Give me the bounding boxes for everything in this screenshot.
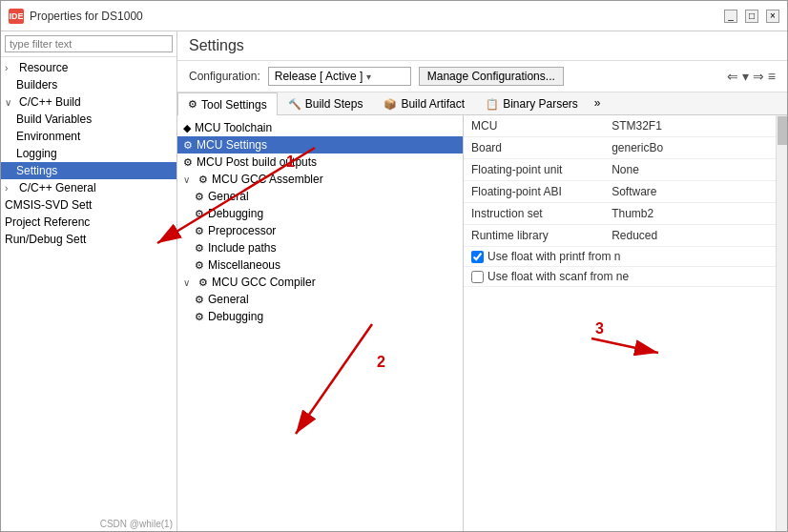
- include-paths-icon: ⚙: [195, 242, 204, 255]
- prop-label-scanf: Use float with scanf from ne: [464, 267, 776, 287]
- sidebar-item-logging[interactable]: Logging: [1, 145, 176, 162]
- prop-label-fpu: Floating-point unit: [464, 159, 604, 181]
- tool-settings-icon: ⚙: [188, 98, 197, 111]
- tool-tree: ◆ MCU Toolchain ⚙ MCU Settings ⚙ MCU Pos…: [177, 115, 464, 531]
- right-scrollbar[interactable]: [776, 115, 787, 531]
- config-label: Configuration:: [189, 70, 260, 83]
- panels: ◆ MCU Toolchain ⚙ MCU Settings ⚙ MCU Pos…: [177, 115, 787, 531]
- title-bar: IDE Properties for DS1000 _ □ ×: [1, 1, 787, 31]
- back-icon[interactable]: ⇐: [727, 69, 738, 84]
- tool-mcu-gcc-compiler[interactable]: ∨ ⚙ MCU GCC Compiler: [177, 274, 463, 291]
- dropdown-nav-icon[interactable]: ▾: [742, 69, 749, 84]
- prop-value-fpu: None: [604, 159, 776, 181]
- debugging-compiler-icon: ⚙: [195, 311, 204, 323]
- tab-build-artifact-label: Build Artifact: [401, 97, 465, 111]
- tool-preprocessor-asm[interactable]: ⚙ Preprocessor: [177, 222, 463, 239]
- build-steps-icon: 🔨: [288, 98, 301, 111]
- watermark: CSDN @while(1): [1, 517, 176, 531]
- prop-label-mcu: MCU: [464, 115, 604, 137]
- tool-mcu-post-build-label: MCU Post build outputs: [197, 155, 317, 169]
- tool-mcu-post-build[interactable]: ⚙ MCU Post build outputs: [177, 153, 463, 171]
- sidebar-item-build-variables[interactable]: Build Variables: [1, 111, 176, 128]
- arrow-icon: ›: [5, 183, 16, 194]
- scanf-label: Use float with scanf from ne: [487, 270, 629, 283]
- preprocessor-asm-icon: ⚙: [195, 225, 204, 237]
- sidebar-item-environment[interactable]: Environment: [1, 128, 176, 145]
- compiler-icon: ⚙: [198, 276, 208, 289]
- close-button[interactable]: ×: [766, 10, 779, 23]
- sidebar-item-resource[interactable]: › Resource: [1, 59, 176, 76]
- tab-tool-settings[interactable]: ⚙ Tool Settings: [177, 92, 278, 115]
- post-build-icon: ⚙: [183, 156, 193, 169]
- tool-mcu-settings-label: MCU Settings: [197, 138, 267, 152]
- tool-mcu-toolchain-label: MCU Toolchain: [195, 121, 272, 134]
- filter-input[interactable]: [5, 35, 173, 52]
- tab-build-steps-label: Build Steps: [305, 97, 363, 111]
- tool-include-paths-label: Include paths: [208, 241, 276, 255]
- tool-debugging-asm-label: Debugging: [208, 207, 263, 220]
- tool-general-asm[interactable]: ⚙ General: [177, 188, 463, 205]
- printf-checkbox[interactable]: [471, 251, 484, 263]
- sidebar-item-settings[interactable]: Settings: [1, 162, 176, 179]
- scanf-checkbox[interactable]: [471, 271, 484, 283]
- prop-row-scanf: Use float with scanf from ne: [464, 267, 776, 287]
- config-value: Release [ Active ]: [275, 70, 363, 83]
- tree: › Resource Builders ∨ C/C++ Build Build …: [1, 57, 176, 517]
- more-tabs-button[interactable]: »: [589, 92, 607, 114]
- build-artifact-icon: 📦: [384, 98, 397, 111]
- tool-general-compiler[interactable]: ⚙ General: [177, 291, 463, 308]
- general-compiler-icon: ⚙: [195, 294, 204, 306]
- prop-value-mcu: STM32F1: [604, 115, 776, 137]
- prop-row-board: Board genericBo: [464, 137, 776, 159]
- ide-icon: IDE: [9, 9, 24, 24]
- maximize-button[interactable]: □: [745, 10, 758, 23]
- debugging-asm-icon: ⚙: [195, 208, 204, 220]
- dropdown-arrow-icon: ▾: [366, 72, 371, 82]
- properties-table: MCU STM32F1 Board genericBo Floating-poi…: [464, 115, 776, 287]
- sidebar-item-project-ref[interactable]: Project Referenc: [1, 214, 176, 231]
- prop-value-board: genericBo: [604, 137, 776, 159]
- manage-configurations-button[interactable]: Manage Configurations...: [419, 67, 564, 86]
- prop-row-fpu-abi: Floating-point ABI Software: [464, 181, 776, 203]
- sidebar-item-cpp-general[interactable]: › C/C++ General: [1, 179, 176, 196]
- tool-debugging-compiler[interactable]: ⚙ Debugging: [177, 308, 463, 325]
- nav-arrows: ⇐ ▾ ⇒ ≡: [727, 69, 776, 84]
- tab-binary-parsers[interactable]: 📋 Binary Parsers: [475, 92, 589, 114]
- tool-general-asm-label: General: [208, 190, 249, 203]
- arrow-icon: ∨: [5, 97, 16, 108]
- sidebar-item-cpp-build[interactable]: ∨ C/C++ Build: [1, 93, 176, 111]
- tool-miscellaneous-asm-label: Miscellaneous: [208, 258, 280, 272]
- prop-value-instruction-set: Thumb2: [604, 203, 776, 225]
- main-panel: Settings Configuration: Release [ Active…: [177, 31, 787, 531]
- tab-build-artifact[interactable]: 📦 Build Artifact: [373, 92, 475, 114]
- forward-icon[interactable]: ⇒: [753, 69, 764, 84]
- tool-mcu-settings[interactable]: ⚙ MCU Settings: [177, 136, 463, 153]
- tabs: ⚙ Tool Settings 🔨 Build Steps 📦 Build Ar…: [177, 92, 787, 115]
- sidebar-item-builders[interactable]: Builders: [1, 76, 176, 93]
- tab-build-steps[interactable]: 🔨 Build Steps: [278, 92, 374, 114]
- arrow-icon: ›: [5, 63, 16, 73]
- tool-debugging-asm[interactable]: ⚙ Debugging: [177, 205, 463, 222]
- config-bar: Configuration: Release [ Active ] ▾ Mana…: [177, 61, 787, 92]
- tool-mcu-gcc-assembler-label: MCU GCC Assembler: [212, 173, 323, 186]
- menu-icon[interactable]: ≡: [768, 69, 776, 84]
- tool-mcu-gcc-assembler[interactable]: ∨ ⚙ MCU GCC Assembler: [177, 171, 463, 188]
- prop-label-board: Board: [464, 137, 604, 159]
- scroll-thumb[interactable]: [778, 116, 787, 145]
- sidebar-item-cmsis-svd[interactable]: CMSIS-SVD Sett: [1, 196, 176, 214]
- tool-mcu-toolchain[interactable]: ◆ MCU Toolchain: [177, 119, 463, 136]
- tool-debugging-compiler-label: Debugging: [208, 310, 263, 323]
- settings-title: Settings: [177, 31, 787, 61]
- tool-mcu-gcc-compiler-label: MCU GCC Compiler: [212, 276, 316, 289]
- sidebar-item-rundebug[interactable]: Run/Debug Sett: [1, 231, 176, 248]
- config-dropdown[interactable]: Release [ Active ] ▾: [268, 67, 411, 86]
- prop-row-fpu: Floating-point unit None: [464, 159, 776, 181]
- prop-row-runtime-lib: Runtime library Reduced: [464, 225, 776, 247]
- tool-include-paths[interactable]: ⚙ Include paths: [177, 239, 463, 256]
- tool-miscellaneous-asm[interactable]: ⚙ Miscellaneous: [177, 256, 463, 274]
- minimize-button[interactable]: _: [724, 10, 737, 23]
- tab-binary-parsers-label: Binary Parsers: [503, 97, 578, 111]
- tool-general-compiler-label: General: [208, 293, 249, 306]
- assembler-icon: ⚙: [198, 174, 208, 186]
- prop-label-printf: Use float with printf from n: [464, 247, 776, 267]
